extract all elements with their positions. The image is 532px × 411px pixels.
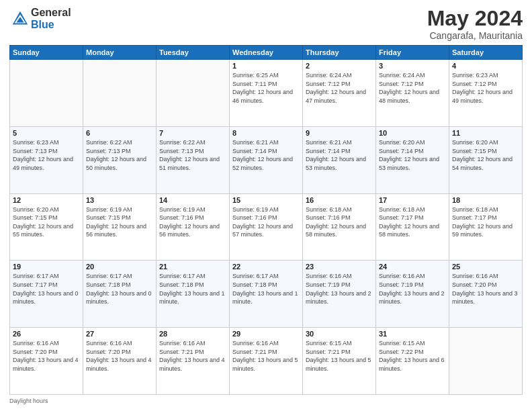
location: Cangarafa, Mauritania [427,30,523,41]
day-info: Sunrise: 6:21 AMSunset: 7:14 PMDaylight:… [306,138,373,172]
day-info: Sunrise: 6:18 AMSunset: 7:17 PMDaylight:… [379,205,446,239]
calendar-cell: 27Sunrise: 6:16 AMSunset: 7:20 PMDayligh… [83,328,157,395]
calendar-week-row: 12Sunrise: 6:20 AMSunset: 7:15 PMDayligh… [10,193,523,261]
calendar-header-row: SundayMondayTuesdayWednesdayThursdayFrid… [10,46,523,60]
calendar-cell: 19Sunrise: 6:17 AMSunset: 7:17 PMDayligh… [10,261,83,328]
day-info: Sunrise: 6:25 AMSunset: 7:11 PMDaylight:… [232,71,300,105]
day-number: 13 [86,196,153,204]
day-number: 28 [159,330,226,338]
calendar-week-row: 1Sunrise: 6:25 AMSunset: 7:11 PMDaylight… [10,60,523,127]
calendar-cell: 22Sunrise: 6:17 AMSunset: 7:18 PMDayligh… [230,261,303,328]
day-number: 11 [452,129,519,137]
day-info: Sunrise: 6:15 AMSunset: 7:22 PMDaylight:… [379,339,446,373]
calendar-cell [83,60,157,127]
day-info: Sunrise: 6:17 AMSunset: 7:18 PMDaylight:… [232,272,300,306]
calendar-cell: 29Sunrise: 6:16 AMSunset: 7:21 PMDayligh… [230,328,303,395]
day-info: Sunrise: 6:17 AMSunset: 7:18 PMDaylight:… [159,272,226,306]
day-number: 2 [306,62,373,70]
day-number: 29 [232,330,300,338]
day-info: Sunrise: 6:17 AMSunset: 7:17 PMDaylight:… [13,272,80,306]
calendar-header-monday: Monday [83,46,157,60]
day-number: 27 [86,330,153,338]
logo: General Blue [9,7,71,30]
day-info: Sunrise: 6:20 AMSunset: 7:15 PMDaylight:… [13,205,80,239]
day-info: Sunrise: 6:23 AMSunset: 7:12 PMDaylight:… [452,71,519,105]
day-info: Sunrise: 6:21 AMSunset: 7:14 PMDaylight:… [232,138,300,172]
calendar-header-wednesday: Wednesday [230,46,303,60]
calendar-header-saturday: Saturday [449,46,523,60]
logo-text: General Blue [31,7,71,30]
day-number: 5 [13,129,80,137]
day-info: Sunrise: 6:15 AMSunset: 7:21 PMDaylight:… [306,339,373,373]
calendar-cell: 3Sunrise: 6:24 AMSunset: 7:12 PMDaylight… [376,60,449,127]
calendar-cell: 9Sunrise: 6:21 AMSunset: 7:14 PMDaylight… [303,126,376,193]
calendar-cell: 21Sunrise: 6:17 AMSunset: 7:18 PMDayligh… [157,261,230,328]
day-number: 9 [306,129,373,137]
calendar-week-row: 26Sunrise: 6:16 AMSunset: 7:20 PMDayligh… [10,328,523,395]
logo-blue-label: Blue [31,19,71,31]
day-info: Sunrise: 6:22 AMSunset: 7:13 PMDaylight:… [159,138,226,172]
day-number: 30 [306,330,373,338]
day-number: 14 [159,196,226,204]
day-info: Sunrise: 6:19 AMSunset: 7:15 PMDaylight:… [86,205,153,239]
calendar-cell [449,328,523,395]
calendar-header-tuesday: Tuesday [157,46,230,60]
day-number: 18 [452,196,519,204]
calendar-cell: 1Sunrise: 6:25 AMSunset: 7:11 PMDaylight… [230,60,303,127]
calendar-cell: 25Sunrise: 6:16 AMSunset: 7:20 PMDayligh… [449,261,523,328]
day-info: Sunrise: 6:16 AMSunset: 7:19 PMDaylight:… [379,272,446,306]
logo-icon [11,9,30,28]
day-info: Sunrise: 6:18 AMSunset: 7:16 PMDaylight:… [306,205,373,239]
day-number: 22 [232,263,300,271]
day-info: Sunrise: 6:17 AMSunset: 7:18 PMDaylight:… [86,272,153,306]
calendar-cell: 26Sunrise: 6:16 AMSunset: 7:20 PMDayligh… [10,328,83,395]
calendar-cell: 23Sunrise: 6:16 AMSunset: 7:19 PMDayligh… [303,261,376,328]
day-info: Sunrise: 6:16 AMSunset: 7:20 PMDaylight:… [86,339,153,373]
title-block: May 2024 Cangarafa, Mauritania [427,7,523,41]
calendar-cell [10,60,83,127]
calendar-cell: 17Sunrise: 6:18 AMSunset: 7:17 PMDayligh… [376,193,449,261]
day-number: 20 [86,263,153,271]
calendar-cell: 15Sunrise: 6:19 AMSunset: 7:16 PMDayligh… [230,193,303,261]
day-number: 25 [452,263,519,271]
calendar-cell: 20Sunrise: 6:17 AMSunset: 7:18 PMDayligh… [83,261,157,328]
day-info: Sunrise: 6:20 AMSunset: 7:14 PMDaylight:… [379,138,446,172]
day-info: Sunrise: 6:24 AMSunset: 7:12 PMDaylight:… [379,71,446,105]
footer-note: Daylight hours [9,398,523,404]
day-number: 3 [379,62,446,70]
calendar-cell: 2Sunrise: 6:24 AMSunset: 7:12 PMDaylight… [303,60,376,127]
calendar-cell: 5Sunrise: 6:23 AMSunset: 7:13 PMDaylight… [10,126,83,193]
calendar-cell: 18Sunrise: 6:18 AMSunset: 7:17 PMDayligh… [449,193,523,261]
calendar-cell [157,60,230,127]
day-number: 17 [379,196,446,204]
calendar-header-sunday: Sunday [10,46,83,60]
day-info: Sunrise: 6:16 AMSunset: 7:20 PMDaylight:… [13,339,80,373]
day-number: 12 [13,196,80,204]
day-number: 26 [13,330,80,338]
calendar-cell: 13Sunrise: 6:19 AMSunset: 7:15 PMDayligh… [83,193,157,261]
day-number: 1 [232,62,300,70]
day-info: Sunrise: 6:18 AMSunset: 7:17 PMDaylight:… [452,205,519,239]
header: General Blue May 2024 Cangarafa, Maurita… [9,7,523,41]
day-info: Sunrise: 6:16 AMSunset: 7:21 PMDaylight:… [232,339,300,373]
day-number: 21 [159,263,226,271]
day-number: 7 [159,129,226,137]
day-number: 8 [232,129,300,137]
logo-general-label: General [31,7,71,19]
calendar-header-friday: Friday [376,46,449,60]
day-number: 23 [306,263,373,271]
day-info: Sunrise: 6:19 AMSunset: 7:16 PMDaylight:… [159,205,226,239]
calendar-cell: 12Sunrise: 6:20 AMSunset: 7:15 PMDayligh… [10,193,83,261]
month-title: May 2024 [427,7,523,30]
day-info: Sunrise: 6:16 AMSunset: 7:20 PMDaylight:… [452,272,519,306]
calendar-cell: 30Sunrise: 6:15 AMSunset: 7:21 PMDayligh… [303,328,376,395]
day-number: 16 [306,196,373,204]
day-info: Sunrise: 6:22 AMSunset: 7:13 PMDaylight:… [86,138,153,172]
day-number: 10 [379,129,446,137]
calendar-cell: 24Sunrise: 6:16 AMSunset: 7:19 PMDayligh… [376,261,449,328]
calendar-cell: 16Sunrise: 6:18 AMSunset: 7:16 PMDayligh… [303,193,376,261]
day-number: 4 [452,62,519,70]
page: General Blue May 2024 Cangarafa, Maurita… [0,0,532,411]
calendar-cell: 10Sunrise: 6:20 AMSunset: 7:14 PMDayligh… [376,126,449,193]
day-number: 31 [379,330,446,338]
